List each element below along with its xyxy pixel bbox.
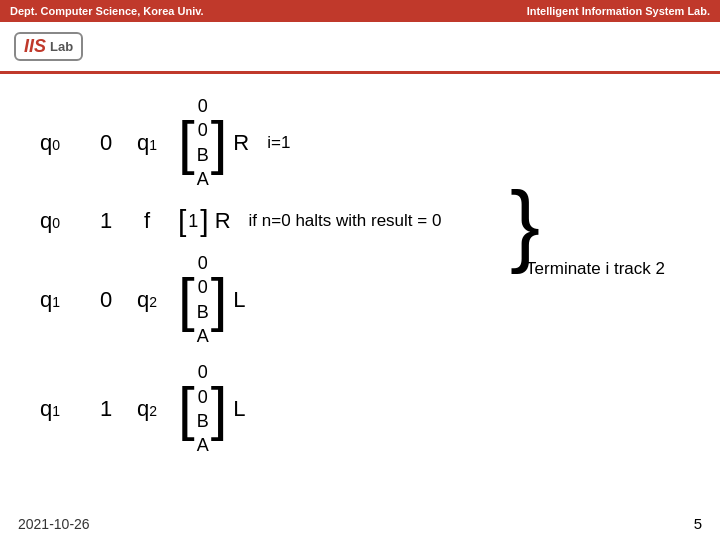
left-bracket-row2: [	[178, 206, 186, 236]
footer-date: 2021-10-26	[18, 516, 90, 532]
write-dir-row2: R	[215, 208, 231, 234]
tape-values-row4: 0 0 B A	[197, 358, 209, 459]
left-bracket-row4: [	[178, 379, 195, 439]
write-dir-row1: R	[233, 130, 249, 156]
tape-values-row3: 0 0 B A	[197, 249, 209, 350]
left-bracket-row3: [	[178, 270, 195, 330]
read-0-row3: 0	[90, 287, 122, 313]
bracket-group-row2: [ 1 ]	[176, 206, 211, 236]
write-dir-row4: L	[233, 396, 245, 422]
direction-r-row1: R	[233, 130, 249, 156]
direction-r-row2: R	[215, 208, 231, 234]
read-1-row2: 1	[90, 208, 122, 234]
state-q0-row2: q0	[40, 208, 90, 234]
annotation-row2: if n=0 halts with result = 0	[249, 211, 442, 231]
header-right-text: Intelligent Information System Lab.	[527, 5, 710, 17]
header-left-text: Dept. Computer Science, Korea Univ.	[10, 5, 204, 17]
read-0-row1: 0	[90, 130, 122, 156]
right-brace: }	[510, 179, 540, 269]
transition-row-4: q1 1 q2 [ 0 0 B A ] L	[40, 358, 680, 459]
bracket-group-row4: [ 0 0 B A ]	[176, 358, 229, 459]
footer-page: 5	[694, 515, 702, 532]
tape-values-row2: 1	[188, 207, 198, 235]
next-f-row2: f	[122, 208, 172, 234]
read-1-row4: 1	[90, 396, 122, 422]
direction-l-row4: L	[233, 396, 245, 422]
logo-bar: IIS Lab	[0, 22, 720, 74]
right-bracket-row2: ]	[200, 206, 208, 236]
right-bracket-row3: ]	[211, 270, 228, 330]
header-bar: Dept. Computer Science, Korea Univ. Inte…	[0, 0, 720, 22]
state-q1-row3: q1	[40, 287, 90, 313]
annotation-row1: i=1	[267, 133, 290, 153]
write-dir-row3: L	[233, 287, 245, 313]
main-content: q0 0 q1 [ 0 0 B A ] R i=1 q0 1 f [	[0, 74, 720, 478]
next-q1-row1: q1	[122, 130, 172, 156]
logo-box: IIS Lab	[14, 32, 83, 61]
state-q1-row4: q1	[40, 396, 90, 422]
logo-iis: IIS	[24, 36, 46, 57]
transition-row-1: q0 0 q1 [ 0 0 B A ] R i=1	[40, 92, 680, 193]
terminate-label: Terminate i track 2	[526, 259, 665, 279]
direction-l-row3: L	[233, 287, 245, 313]
right-bracket-row4: ]	[211, 379, 228, 439]
left-bracket-row1: [	[178, 113, 195, 173]
logo-lab: Lab	[50, 39, 73, 54]
next-q2-row3: q2	[122, 287, 172, 313]
right-bracket-row1: ]	[211, 113, 228, 173]
tape-values-row1: 0 0 B A	[197, 92, 209, 193]
state-q0-row1: q0	[40, 130, 90, 156]
transition-row-2: q0 1 f [ 1 ] R if n=0 halts with result …	[40, 201, 680, 241]
next-q2-row4: q2	[122, 396, 172, 422]
bracket-group-row3: [ 0 0 B A ]	[176, 249, 229, 350]
bracket-group-row1: [ 0 0 B A ]	[176, 92, 229, 193]
